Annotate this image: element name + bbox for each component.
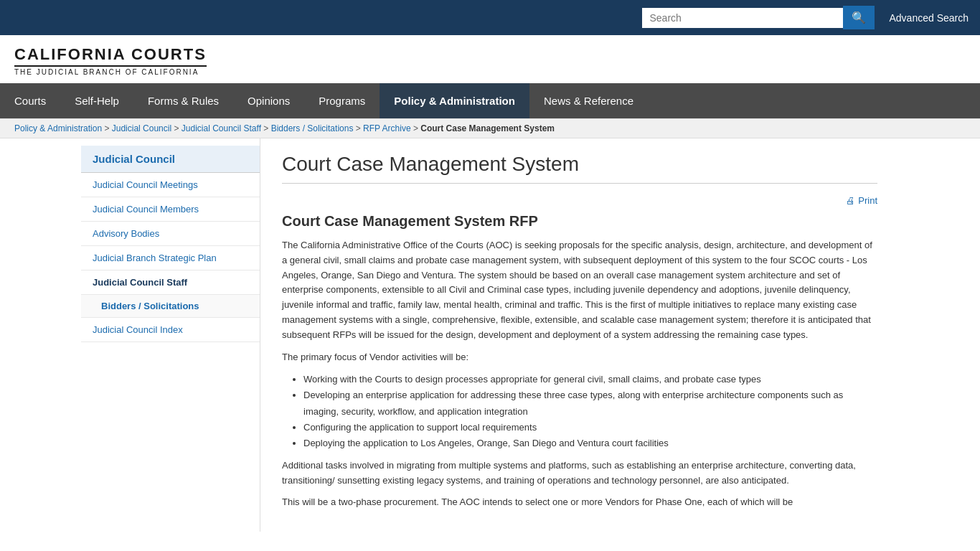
site-logo-title[interactable]: CALIFORNIA COURTS <box>14 45 207 67</box>
list-item: Configuring the application to support l… <box>303 420 877 435</box>
bullet-list: Working with the Courts to design proces… <box>303 372 877 451</box>
print-label: Print <box>858 195 877 206</box>
breadcrumb-rfp-archive[interactable]: RFP Archive <box>363 123 410 133</box>
site-logo-subtitle: THE JUDICIAL BRANCH OF CALIFORNIA <box>14 68 966 76</box>
printer-icon: 🖨 <box>846 195 855 206</box>
sidebar-item-bidders-solicitations[interactable]: Bidders / Solicitations <box>81 295 260 318</box>
search-input[interactable] <box>642 8 843 28</box>
sidebar-item-index[interactable]: Judicial Council Index <box>81 318 260 342</box>
nav-item-courts[interactable]: Courts <box>0 83 60 118</box>
paragraph-1: The California Administrative Office of … <box>282 238 877 343</box>
main-text: Court Case Management System RFP The Cal… <box>282 213 877 510</box>
rfp-title: Court Case Management System RFP <box>282 213 877 230</box>
paragraph-3: Additional tasks involved in migrating f… <box>282 458 877 489</box>
sidebar-item-advisory-bodies[interactable]: Advisory Bodies <box>81 222 260 246</box>
top-bar: 🔍 Advanced Search <box>0 0 980 35</box>
breadcrumb-judicial-council[interactable]: Judicial Council <box>112 123 171 133</box>
list-item: Developing an enterprise application for… <box>303 387 877 419</box>
breadcrumb: Policy & Administration > Judicial Counc… <box>0 118 980 138</box>
search-form: 🔍 Advanced Search <box>642 6 980 29</box>
nav-item-programs[interactable]: Programs <box>304 83 380 118</box>
list-item: Working with the Courts to design proces… <box>303 372 877 387</box>
paragraph-4: This will be a two-phase procurement. Th… <box>282 495 877 510</box>
sidebar-item-meetings[interactable]: Judicial Council Meetings <box>81 173 260 197</box>
advanced-search-button[interactable]: Advanced Search <box>877 6 980 29</box>
breadcrumb-policy-admin[interactable]: Policy & Administration <box>14 123 102 133</box>
main-content: Court Case Management System 🖨Print Cour… <box>260 138 899 532</box>
print-bar: 🖨Print <box>282 192 877 213</box>
breadcrumb-current: Court Case Management System <box>420 123 555 133</box>
sidebar-item-strategic-plan[interactable]: Judicial Branch Strategic Plan <box>81 246 260 270</box>
nav-item-news-reference[interactable]: News & Reference <box>529 83 648 118</box>
page-title: Court Case Management System <box>282 153 877 184</box>
nav-item-policy-admin[interactable]: Policy & Administration <box>380 83 529 118</box>
sidebar-item-members[interactable]: Judicial Council Members <box>81 197 260 222</box>
sidebar-section-title[interactable]: Judicial Council <box>81 146 260 173</box>
search-icon: 🔍 <box>852 11 866 24</box>
breadcrumb-bidders-solicitations[interactable]: Bidders / Solicitations <box>271 123 354 133</box>
paragraph-2: The primary focus of Vendor activities w… <box>282 350 877 365</box>
nav-item-opinions[interactable]: Opinions <box>233 83 304 118</box>
breadcrumb-judicial-council-staff[interactable]: Judicial Council Staff <box>182 123 261 133</box>
sidebar: Judicial Council Judicial Council Meetin… <box>81 138 260 532</box>
main-nav: Courts Self-Help Forms & Rules Opinions … <box>0 83 980 118</box>
nav-item-selfhelp[interactable]: Self-Help <box>60 83 133 118</box>
site-header: CALIFORNIA COURTS THE JUDICIAL BRANCH OF… <box>0 35 980 83</box>
sidebar-item-staff[interactable]: Judicial Council Staff <box>81 270 260 295</box>
print-link[interactable]: 🖨Print <box>846 195 877 206</box>
list-item: Deploying the application to Los Angeles… <box>303 435 877 451</box>
nav-item-forms-rules[interactable]: Forms & Rules <box>133 83 233 118</box>
content-area: Judicial Council Judicial Council Meetin… <box>81 138 899 532</box>
search-button[interactable]: 🔍 <box>843 6 875 29</box>
